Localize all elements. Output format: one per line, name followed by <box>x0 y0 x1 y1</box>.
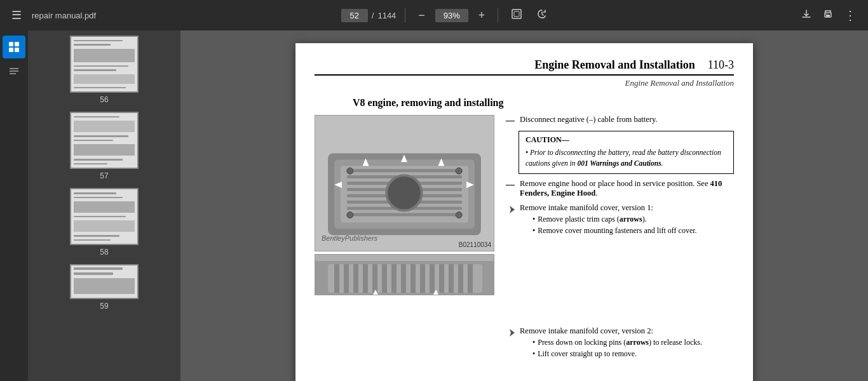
sub-items-v1: Remove plastic trim caps (arrows). Remov… <box>532 215 697 236</box>
print-icon <box>822 8 834 20</box>
instruction-disconnect-battery: — Disconnect negative (–) cable from bat… <box>506 115 734 126</box>
download-button[interactable] <box>797 6 816 25</box>
svg-marker-55 <box>510 206 515 213</box>
menu-button[interactable]: ☰ <box>8 6 25 25</box>
thumbnail-label-57: 57 <box>100 171 108 180</box>
caution-text: • Prior to disconnecting the battery, re… <box>526 147 727 170</box>
fit-page-button[interactable] <box>507 6 526 25</box>
svg-rect-16 <box>347 169 462 172</box>
history-icon <box>536 8 548 20</box>
svg-rect-23 <box>347 213 462 217</box>
instruction-intake-cover-v1: Remove intake manifold cover, version 1:… <box>506 203 734 237</box>
caution-link: 001 Warnings and Cautions <box>577 159 661 167</box>
svg-point-31 <box>347 168 353 174</box>
sub-items-v2: Press down on locking pins (arrows) to r… <box>532 338 702 359</box>
instruction-text-3: Remove intake manifold cover, version 1: <box>520 203 697 213</box>
instruction-text-4: Remove intake manifold cover, version 2: <box>520 326 702 336</box>
svg-rect-52 <box>468 264 473 293</box>
svg-rect-5 <box>9 42 13 46</box>
svg-rect-44 <box>391 264 397 293</box>
fit-page-icon <box>511 8 522 20</box>
page-subheader: Engine Removal and Installation <box>315 78 734 88</box>
svg-rect-6 <box>15 42 19 46</box>
pdf-page: Engine Removal and Installation 110-3 En… <box>295 43 753 381</box>
page-navigation: / 1144 <box>341 9 397 22</box>
svg-rect-49 <box>439 264 444 293</box>
thumbnail-58[interactable]: 58 <box>33 188 175 257</box>
thumbnail-label-56: 56 <box>100 95 108 104</box>
svg-rect-48 <box>430 264 435 293</box>
svg-rect-47 <box>420 264 425 293</box>
thumbnail-image-58 <box>70 188 139 245</box>
content-area: BentleyPublishers B02110034 <box>315 115 734 366</box>
toolbar-divider-1 <box>405 8 405 23</box>
instruction-text-2: Remove engine hood or place hood in serv… <box>520 179 734 198</box>
svg-rect-0 <box>512 10 521 18</box>
svg-rect-40 <box>353 264 358 293</box>
svg-rect-41 <box>363 264 368 293</box>
hood-link: 410 Fenders, Engine Hood <box>520 179 722 197</box>
thumbnail-label-58: 58 <box>100 248 108 257</box>
toolbar: ☰ repair manual.pdf / 1144 − + <box>0 0 868 30</box>
svg-point-34 <box>456 212 462 218</box>
sidebar-icon-bookmarks[interactable] <box>3 61 25 84</box>
page-input[interactable] <box>341 9 368 22</box>
arrow-marker-1 <box>506 204 516 217</box>
svg-rect-10 <box>10 70 18 72</box>
main-area: 56 57 <box>0 30 868 381</box>
thumbnail-image-56 <box>70 36 139 93</box>
thumbnail-56[interactable]: 56 <box>33 36 175 104</box>
svg-rect-8 <box>15 48 19 52</box>
thumbnail-label-59: 59 <box>100 302 108 311</box>
arrow-marker-2 <box>506 328 516 340</box>
caution-box: CAUTION— • Prior to disconnecting the ba… <box>519 131 734 174</box>
svg-rect-43 <box>382 264 387 293</box>
page-header: Engine Removal and Installation 110-3 <box>315 58 734 76</box>
svg-marker-56 <box>510 329 515 337</box>
pdf-viewer[interactable]: Engine Removal and Installation 110-3 En… <box>180 30 868 381</box>
engine-image-2 <box>315 254 494 295</box>
more-options-button[interactable]: ⋮ <box>840 5 860 25</box>
svg-rect-9 <box>10 68 18 69</box>
thumbnails-panel: 56 57 <box>28 30 180 381</box>
images-column: BentleyPublishers B02110034 <box>315 115 496 366</box>
download-icon <box>801 8 812 20</box>
svg-rect-45 <box>401 264 406 293</box>
instruction-content-v2: Remove intake manifold cover, version 2:… <box>520 326 702 361</box>
engine-svg-1 <box>315 116 494 251</box>
svg-rect-3 <box>826 15 830 17</box>
svg-rect-46 <box>410 264 416 293</box>
thumbnail-view-icon <box>8 41 20 53</box>
sub-item-v2-2: Lift cover straight up to remove. <box>532 349 702 359</box>
arrow-left-icon-2 <box>506 328 516 338</box>
history-button[interactable] <box>532 6 552 25</box>
sidebar-icon-thumbnails[interactable] <box>3 36 25 58</box>
text-column: — Disconnect negative (–) cable from bat… <box>506 115 734 366</box>
print-button[interactable] <box>818 6 837 25</box>
instruction-content-v1: Remove intake manifold cover, version 1:… <box>520 203 697 237</box>
svg-rect-7 <box>9 48 13 52</box>
instruction-intake-cover-v2: Remove intake manifold cover, version 2:… <box>506 326 734 361</box>
sidebar-icons <box>0 30 28 381</box>
zoom-level-input[interactable] <box>435 9 468 22</box>
svg-point-25 <box>388 177 421 210</box>
thumbnail-59[interactable]: 59 <box>33 264 175 311</box>
page-header-title: Engine Removal and Installation <box>534 58 695 72</box>
image-watermark: BentleyPublishers <box>322 234 377 242</box>
svg-point-33 <box>347 212 353 218</box>
svg-rect-50 <box>449 264 454 293</box>
page-separator: / <box>372 11 374 20</box>
caution-title: CAUTION— <box>526 135 727 145</box>
svg-point-32 <box>456 168 462 174</box>
engine-svg-2 <box>315 255 494 295</box>
right-toolbar-icons: ⋮ <box>797 5 860 25</box>
thumbnail-57[interactable]: 57 <box>33 112 175 180</box>
sub-item-v1-2: Remove cover mounting fasteners and lift… <box>532 226 697 236</box>
zoom-in-button[interactable]: + <box>475 8 489 23</box>
toolbar-divider-2 <box>498 8 498 23</box>
zoom-out-button[interactable]: − <box>414 8 429 23</box>
svg-point-4 <box>825 13 826 14</box>
page-header-num: 110-3 <box>708 58 734 72</box>
svg-rect-38 <box>334 264 339 293</box>
svg-rect-42 <box>372 264 377 293</box>
